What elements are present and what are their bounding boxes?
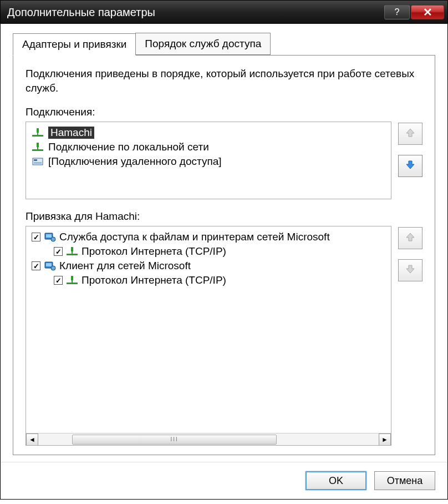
list-item-label: Подключение по локальной сети [48,141,209,153]
svg-point-11 [51,237,55,241]
move-up-button[interactable] [398,227,422,249]
svg-rect-14 [72,251,73,254]
scroll-thumb[interactable]: III [72,435,276,445]
checkbox[interactable] [32,233,40,241]
connections-label: Подключения: [26,106,422,118]
connections-listbox[interactable]: Hamachi Подключение по локальной сети [П… [26,122,391,199]
move-down-button[interactable] [398,155,422,177]
arrow-down-icon [404,263,416,278]
list-item-label: [Подключения удаленного доступа] [48,155,222,168]
tab-panel-adapters: Подключения приведены в порядке, который… [13,55,435,455]
connections-row: Hamachi Подключение по локальной сети [П… [26,122,422,199]
bindings-listbox[interactable]: Служба доступа к файлам и принтерам сете… [26,226,391,446]
cancel-button[interactable]: Отмена [374,471,435,490]
svg-rect-0 [37,128,39,133]
svg-rect-16 [46,263,52,266]
dialup-icon [32,156,44,167]
tab-adapters[interactable]: Адаптеры и привязки [13,33,136,56]
bindings-label: Привязка для Hamachi: [26,210,422,223]
titlebar[interactable]: Дополнительные параметры ? ✕ [1,1,447,24]
button-label: Отмена [387,475,423,487]
svg-rect-12 [71,247,73,251]
svg-rect-2 [37,133,38,135]
bindings-row: Служба доступа к файлам и принтерам сете… [26,226,422,446]
service-icon [44,260,56,271]
network-adapter-icon [32,142,44,153]
bindings-content: Служба доступа к файлам и принтерам сете… [29,230,388,429]
network-adapter-icon [32,127,44,138]
move-down-button[interactable] [398,259,422,281]
list-item-label: Hamachi [48,127,94,139]
connections-reorder-buttons [398,122,422,199]
svg-rect-10 [46,234,52,238]
arrow-down-icon [404,159,416,174]
titlebar-buttons: ? ✕ [384,5,444,19]
tab-label: Адаптеры и привязки [22,38,126,50]
svg-rect-5 [37,147,38,150]
checkbox[interactable] [54,276,63,285]
button-label: OK [329,475,343,487]
checkbox[interactable] [54,247,63,256]
close-icon: ✕ [423,6,432,19]
list-item[interactable]: Hamachi [29,125,388,140]
tree-item[interactable]: Клиент для сетей Microsoft [29,259,388,273]
content-area: Адаптеры и привязки Порядок служб доступ… [1,24,447,462]
dialog-button-row: OK Отмена [1,462,447,499]
tree-item[interactable]: Протокол Интернета (TCP/IP) [29,273,388,288]
tree-item-label: Клиент для сетей Microsoft [59,260,191,272]
svg-rect-3 [37,143,39,147]
network-adapter-icon [66,275,78,286]
scroll-left-button[interactable]: ◄ [26,434,38,446]
svg-rect-6 [33,158,43,165]
tree-item-label: Протокол Интернета (TCP/IP) [82,245,226,258]
description-text: Подключения приведены в порядке, который… [26,67,422,95]
tree-item[interactable]: Протокол Интернета (TCP/IP) [29,244,388,259]
horizontal-scrollbar[interactable]: ◄ III ► [26,433,391,445]
triangle-left-icon: ◄ [29,436,35,443]
tree-item-label: Служба доступа к файлам и принтерам сете… [59,231,330,243]
svg-point-17 [51,266,55,270]
scroll-right-button[interactable]: ► [379,434,391,446]
svg-rect-8 [34,162,42,164]
service-icon [44,231,56,243]
window-title: Дополнительные параметры [7,6,384,19]
close-button[interactable]: ✕ [411,5,444,19]
svg-rect-7 [34,159,37,161]
svg-rect-18 [71,276,73,280]
bindings-reorder-buttons [398,226,422,446]
scroll-track[interactable]: III [38,434,379,446]
checkbox[interactable] [32,261,40,270]
tree-item[interactable]: Служба доступа к файлам и принтерам сете… [29,230,388,244]
triangle-right-icon: ► [381,436,388,443]
move-up-button[interactable] [398,123,422,145]
network-adapter-icon [66,246,78,257]
tab-strip: Адаптеры и привязки Порядок служб доступ… [13,33,435,55]
ok-button[interactable]: OK [306,471,366,490]
tab-label: Порядок служб доступа [145,38,261,49]
tab-provider-order[interactable]: Порядок служб доступа [135,33,271,55]
svg-rect-20 [72,280,73,283]
help-icon: ? [395,7,400,17]
arrow-up-icon [404,231,416,246]
list-item[interactable]: Подключение по локальной сети [29,140,388,154]
arrow-up-icon [404,127,416,142]
tree-item-label: Протокол Интернета (TCP/IP) [82,274,226,286]
list-item[interactable]: [Подключения удаленного доступа] [29,154,388,169]
help-button[interactable]: ? [384,5,410,19]
dialog-window: Дополнительные параметры ? ✕ Адаптеры и … [0,0,448,500]
